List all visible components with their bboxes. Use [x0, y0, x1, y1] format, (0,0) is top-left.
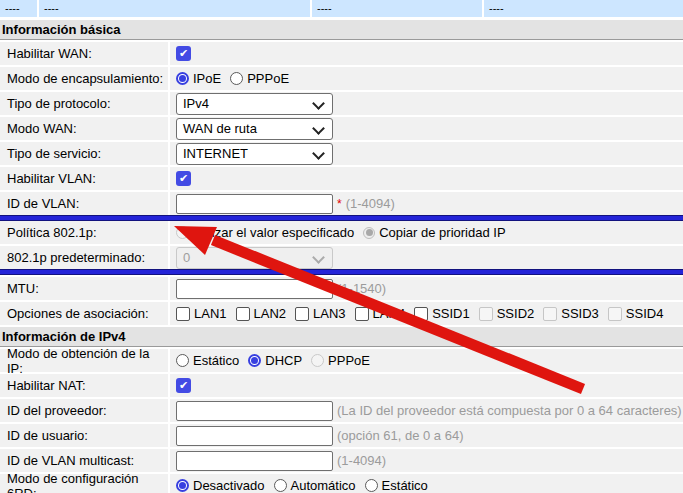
row-label: ID de VLAN multicast:: [0, 449, 168, 472]
binding-ssid3-option: SSID3: [543, 306, 599, 321]
sixrd-off-option[interactable]: Desactivado: [176, 478, 265, 493]
row-label: Modo de configuración 6RD:: [0, 474, 168, 493]
field-hint: (1-4094): [337, 453, 386, 468]
checkbox-label: LAN3: [313, 306, 346, 321]
radio-label: Utilizar el valor especificado: [193, 225, 354, 240]
row-modo-configuracion-6rd: Modo de configuración 6RD: Desactivado A…: [0, 474, 683, 493]
row-habilitar-nat: Habilitar NAT:: [0, 374, 683, 397]
row-label: Habilitar WAN:: [0, 42, 168, 65]
row-label: Habilitar NAT:: [0, 374, 168, 397]
mtu-input[interactable]: [176, 279, 333, 299]
protocol-select[interactable]: IPv4: [176, 93, 333, 115]
user-id-input[interactable]: [176, 426, 333, 446]
checkbox-disabled-icon: [543, 307, 557, 321]
sixrd-auto-option[interactable]: Automático: [274, 478, 356, 493]
ip-mode-pppoe-option: PPPoE: [311, 353, 370, 368]
radio-disabled-selected-icon: [363, 227, 375, 239]
default-8021p-select: 0: [176, 247, 333, 269]
row-id-vlan-multicast: ID de VLAN multicast: (1-4094): [0, 449, 683, 472]
ip-mode-static-option[interactable]: Estático: [176, 353, 239, 368]
row-label: Tipo de protocolo:: [0, 92, 168, 115]
checkbox-icon[interactable]: [295, 307, 309, 321]
radio-disabled-icon: [176, 226, 189, 239]
checkbox-icon[interactable]: [414, 307, 428, 321]
checkbox-icon[interactable]: [355, 307, 369, 321]
radio-icon[interactable]: [230, 72, 243, 85]
vlan-enable-checkbox[interactable]: [176, 171, 191, 186]
select-value: IPv4: [183, 96, 209, 111]
checkbox-label: SSID3: [561, 306, 599, 321]
wan-settings-page: ---- ---- ---- ---- Información básica H…: [0, 0, 683, 493]
table-header-cell: ----: [312, 0, 482, 17]
binding-lan2-option[interactable]: LAN2: [236, 306, 287, 321]
binding-ssid2-option: SSID2: [479, 306, 535, 321]
radio-label: Automático: [291, 478, 356, 493]
checkbox-label: LAN2: [254, 306, 287, 321]
policy-copy-option: Copiar de prioridad IP: [363, 225, 505, 240]
radio-label: PPPoE: [328, 353, 370, 368]
field-hint: (1-4094): [346, 196, 395, 211]
row-label: ID de usuario:: [0, 424, 168, 447]
chevron-down-icon: [312, 97, 325, 110]
radio-selected-icon[interactable]: [176, 479, 189, 492]
radio-label: DHCP: [265, 353, 302, 368]
multicast-vlan-id-input[interactable]: [176, 451, 333, 471]
radio-disabled-icon: [311, 354, 324, 367]
row-tipo-protocolo: Tipo de protocolo: IPv4: [0, 92, 683, 115]
sixrd-static-option[interactable]: Estático: [365, 478, 428, 493]
row-modo-encapsulamiento: Modo de encapsulamiento: IPoE PPPoE: [0, 67, 683, 90]
wan-mode-select[interactable]: WAN de ruta: [176, 118, 333, 140]
field-hint: (opción 61, de 0 a 64): [337, 428, 463, 443]
row-id-vlan: ID de VLAN: * (1-4094): [0, 192, 683, 215]
section-header-basic: Información básica: [0, 20, 683, 40]
row-label: ID del proveedor:: [0, 399, 168, 422]
row-habilitar-wan: Habilitar WAN:: [0, 42, 683, 65]
encaps-ipoe-option[interactable]: IPoE: [176, 71, 221, 86]
binding-lan3-option[interactable]: LAN3: [295, 306, 346, 321]
row-label: MTU:: [0, 277, 168, 300]
vlan-id-input[interactable]: [176, 194, 333, 214]
binding-lan1-option[interactable]: LAN1: [176, 306, 227, 321]
chevron-down-icon: [312, 251, 325, 264]
checkbox-icon[interactable]: [236, 307, 250, 321]
binding-ssid1-option[interactable]: SSID1: [414, 306, 470, 321]
radio-icon[interactable]: [274, 479, 287, 492]
checkbox-label: SSID1: [432, 306, 470, 321]
row-label: Habilitar VLAN:: [0, 167, 168, 190]
radio-label: Copiar de prioridad IP: [379, 225, 505, 240]
wan-enable-checkbox[interactable]: [176, 46, 191, 61]
table-header-cell: ----: [39, 0, 310, 17]
radio-label: Estático: [193, 353, 239, 368]
table-header-cell: ----: [0, 0, 37, 17]
encaps-pppoe-option[interactable]: PPPoE: [230, 71, 289, 86]
vendor-id-input[interactable]: [176, 401, 333, 421]
row-id-usuario: ID de usuario: (opción 61, de 0 a 64): [0, 424, 683, 447]
chevron-down-icon: [312, 122, 325, 135]
row-label: Política 802.1p:: [0, 221, 168, 244]
checkbox-label: SSID2: [497, 306, 535, 321]
row-label: Tipo de servicio:: [0, 142, 168, 165]
radio-selected-icon[interactable]: [176, 72, 189, 85]
binding-ssid4-option: SSID4: [608, 306, 664, 321]
row-tipo-servicio: Tipo de servicio: INTERNET: [0, 142, 683, 165]
checkbox-icon[interactable]: [176, 307, 190, 321]
table-header-cell: ----: [484, 0, 683, 17]
row-modo-obtencion-ip: Modo de obtención de la IP: Estático DHC…: [0, 349, 683, 372]
radio-icon[interactable]: [176, 354, 189, 367]
row-label: Modo de encapsulamiento:: [0, 67, 168, 90]
radio-selected-icon[interactable]: [248, 354, 261, 367]
nat-enable-checkbox[interactable]: [176, 378, 191, 393]
ip-mode-dhcp-option[interactable]: DHCP: [248, 353, 302, 368]
field-hint: (1-1540): [337, 281, 386, 296]
policy-specified-option: Utilizar el valor especificado: [176, 225, 354, 240]
radio-label: Estático: [382, 478, 428, 493]
row-label: ID de VLAN:: [0, 192, 168, 215]
select-value: INTERNET: [183, 146, 248, 161]
service-type-select[interactable]: INTERNET: [176, 143, 333, 165]
row-label: 802.1p predeterminado:: [0, 246, 168, 269]
highlight-bar-bottom: [0, 269, 683, 275]
binding-lan4-option[interactable]: LAN4: [355, 306, 406, 321]
checkbox-label: LAN1: [194, 306, 227, 321]
radio-label: PPPoE: [247, 71, 289, 86]
radio-icon[interactable]: [365, 479, 378, 492]
